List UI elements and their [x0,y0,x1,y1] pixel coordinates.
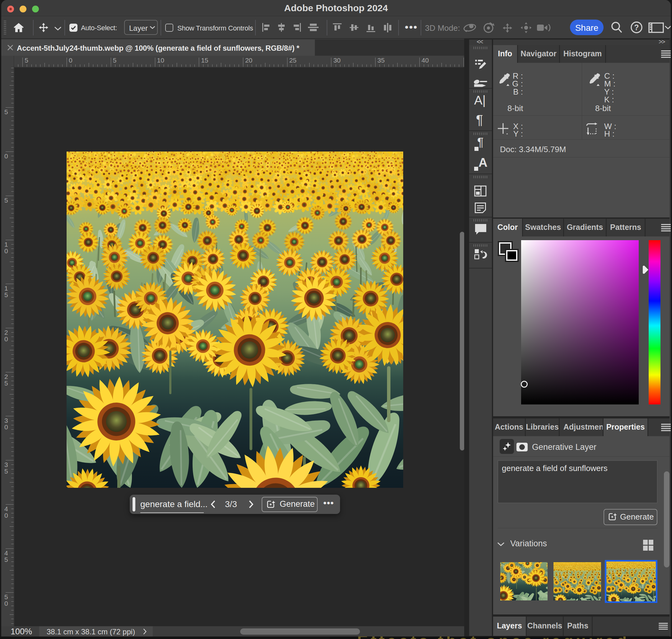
svg-text:?: ? [634,23,639,32]
